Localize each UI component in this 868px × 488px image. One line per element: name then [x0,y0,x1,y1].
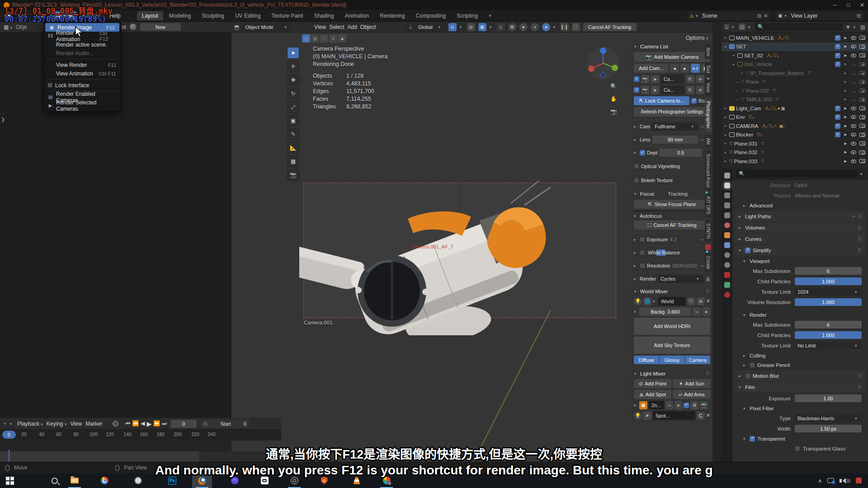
close-button[interactable]: ✕ [860,2,864,8]
light-name-field[interactable]: Spot... [653,411,695,420]
xray-toggle-icon[interactable]: ▥ [497,23,505,31]
add-point-light-button[interactable]: ⊙Add Point [634,379,671,388]
new-image-button[interactable]: New [140,23,181,31]
scene-tab-icon[interactable] [724,212,730,218]
white-balance-row[interactable]: ▸ White Balance 💧 [631,247,712,258]
render-visibility-icon[interactable] [859,89,865,93]
menu-item-render-selected-cameras[interactable]: ▶ Render Selected Cameras [44,101,121,110]
outliner-row[interactable]: •▽ Plane.002▽ ➤ [722,86,868,95]
world-light-icon[interactable]: 💡 [634,297,642,305]
group-enabled-checkbox[interactable] [684,403,689,408]
tool-tab-icon[interactable] [724,173,730,178]
shading-material-icon[interactable]: ◑ [531,23,539,31]
background-strength-field[interactable]: Backg3.660 [639,307,691,316]
tray-display-icon[interactable] [827,478,834,483]
dof-checkbox[interactable] [640,150,645,155]
select-tool-icon[interactable]: ➤ [287,47,299,59]
film-exposure-field[interactable]: 1.00 [795,394,862,402]
timeline-ruler[interactable]: 0 20 40 60 80 100 120 140 160 180 200 22… [0,430,281,441]
add-sky-texture-button[interactable]: Add Sky Texture [634,337,710,354]
hide-icon[interactable] [851,160,856,163]
transparent-subpanel[interactable]: ▾Transparent [732,434,868,443]
view-layer-selector[interactable]: ▣ ▾ View Layer ⧉ [775,11,863,20]
tab-am[interactable]: AM [705,135,712,148]
hide-icon[interactable] [851,98,856,101]
selectable-icon[interactable]: ➤ [842,150,849,155]
add-spot-light-button[interactable]: ⟁Add Spot [634,390,671,399]
expand-arrow-icon[interactable]: ▸ [723,45,728,49]
render-texture-limit-dropdown[interactable]: No Limit▾ [795,342,862,349]
editor-type-icon[interactable]: ◔ [3,421,6,427]
shading-rendered-icon[interactable]: ◕ [542,23,550,31]
white-balance-checkbox[interactable] [640,250,645,255]
tab-synth[interactable]: SYNTH [705,220,712,242]
select-camera-icon[interactable]: ➤ [651,86,659,94]
expand-arrow-icon[interactable]: ▸ [723,141,728,145]
render-visibility-icon[interactable] [859,141,865,145]
viewport-3d[interactable]: Camera.001_AF_T Camera.001 ⬚ ◰ ◌ ⬯ ⬙ Opt… [231,33,712,462]
exclude-checkbox[interactable] [835,106,840,111]
zoom-icon[interactable]: 🔍 [610,83,617,89]
prev-keyframe-icon[interactable]: ⏪ [132,420,139,427]
render-tab-icon[interactable] [724,183,730,188]
exposure-checkbox[interactable] [640,237,645,242]
camera-icon[interactable]: 📷 [641,75,649,83]
pixel-filter-type-dropdown[interactable]: Blackman-Harris▾ [795,414,862,422]
add-object-tool-icon[interactable]: ▦ [287,155,299,167]
outliner-row[interactable]: •▽ TABLE.002▽ ➤ [722,95,868,104]
pause-render-icon[interactable]: ❙❙ [561,23,569,31]
bokeh-texture-checkbox[interactable] [634,178,639,183]
viewport-menu-object[interactable]: Object [360,24,376,30]
optical-vignetting-row[interactable]: Optical Vignetting [631,160,712,172]
rotate-tool-icon[interactable]: ↻ [287,88,299,99]
diffuse-toggle[interactable]: Diffuse [634,356,659,364]
lock-camera-button[interactable]: ⇱Lock Camera to... [634,96,689,105]
pan-hand-icon[interactable]: ✋ [610,96,617,102]
collapse-icon[interactable]: ▾ [634,44,638,49]
jump-to-end-icon[interactable]: ⏭ [162,420,167,427]
delete-scene-icon[interactable]: ✕ [764,13,768,19]
add-master-camera-button[interactable]: 📷Add Master Camera [634,52,710,62]
hide-icon[interactable] [851,45,856,48]
render-max-subdivision-field[interactable]: 6 [795,321,862,328]
tab-sculpting[interactable]: Sculpting [197,11,229,20]
hide-icon[interactable] [851,124,856,128]
render-child-particles-slider[interactable]: 1.000 [795,331,862,339]
tab-rendering[interactable]: Rendering [375,11,410,20]
render-engine-row[interactable]: ▸Render Cycles▾ 🖨 [631,273,712,284]
motion-blur-panel[interactable]: ▸Motion Blur☰ [735,371,865,381]
outliner-search-input[interactable]: 🔍 [755,23,843,31]
outliner-row[interactable]: •▽ IP_Transporter_Battery▽ ➤ [722,69,868,78]
outliner-row[interactable]: ▸▽ Plane.031▽ ➤ [722,139,868,148]
display-mode-icon[interactable]: ☱ [724,24,729,30]
timeline-menu-view[interactable]: View [70,421,82,427]
hide-icon[interactable] [851,63,856,66]
render-visibility-icon[interactable] [859,98,865,102]
camera-tool-icon[interactable]: 📷 [287,169,299,181]
exclude-checkbox[interactable] [835,114,840,120]
resolution-row[interactable]: ▸ Resolution 2000x2000 ≔ ☰ [631,260,712,271]
tab-create[interactable]: Create [705,253,712,272]
viewport-max-subdivision-field[interactable]: 6 [795,267,862,275]
cursor-tool-icon[interactable]: ✛ [287,61,299,72]
tray-notification-icon[interactable] [856,478,862,483]
filter-icon[interactable]: ◫ [739,23,745,30]
expand-arrow-icon[interactable]: ▸ [731,62,736,66]
selectable-icon[interactable]: ➤ [842,141,849,146]
menu-item-lock-interface[interactable]: Lock Interface [44,81,121,89]
prev-camera-button[interactable]: ◂ [670,64,679,73]
simplify-checkbox[interactable] [745,248,750,253]
next-keyframe-icon[interactable]: ⏩ [153,420,160,427]
camera-enabled-checkbox[interactable] [634,76,639,82]
resolution-checkbox[interactable] [640,263,645,268]
viewport-child-particles-slider[interactable]: 1.000 [795,277,862,285]
selectable-icon[interactable]: ➤ [842,36,849,40]
light-icon[interactable]: 💡 [634,412,642,420]
outliner-row[interactable]: ▸ SET ➤ [722,42,868,52]
tab-uv-editing[interactable]: UV Editing [230,11,266,20]
outliner-row[interactable]: ▸ Env▽₂ ➤ [722,113,868,122]
autofocus-subheader[interactable]: Autofocus [640,213,662,219]
auto-keying-icon[interactable] [113,421,118,427]
selectable-icon[interactable]: ➤ [842,97,849,102]
funnel-filter-icon[interactable]: ▼ [845,24,851,30]
